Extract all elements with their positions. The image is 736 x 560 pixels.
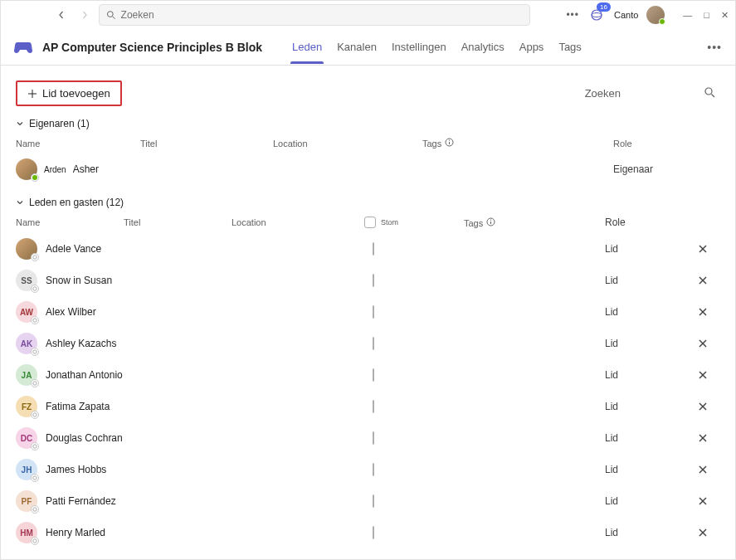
tab-settings[interactable]: Instellingen	[390, 31, 448, 63]
tab-analytics[interactable]: Analytics	[460, 31, 506, 63]
members-group-label: Leden en gasten (12)	[29, 197, 124, 208]
global-search-input[interactable]	[121, 9, 523, 21]
minimize-button[interactable]: —	[683, 10, 692, 21]
svg-point-24	[33, 350, 37, 353]
presence-offline-icon	[31, 411, 39, 419]
team-name: AP Computer Science Principles B Blok	[42, 41, 262, 54]
title-bar: ••• 16 Canto — □ ✕	[1, 1, 735, 29]
member-role: Lid	[572, 338, 690, 349]
remove-member-button[interactable]	[690, 338, 715, 348]
avatar: PF	[16, 490, 37, 512]
chevron-down-icon	[16, 198, 24, 207]
member-row: PF Patti Fernández Lid	[16, 485, 715, 517]
presence-offline-icon	[31, 316, 39, 324]
remove-member-button[interactable]	[690, 370, 715, 380]
remove-member-button[interactable]	[690, 307, 715, 317]
maximize-button[interactable]: □	[704, 10, 709, 21]
member-row: JH James Hobbs Lid	[16, 454, 715, 485]
gamepad-icon	[14, 41, 32, 54]
presence-offline-icon	[31, 442, 39, 450]
member-name: Alex Wilber	[46, 306, 96, 318]
members-group-toggle[interactable]: Leden en gasten (12)	[16, 197, 715, 208]
team-icon	[14, 38, 32, 56]
svg-point-0	[107, 12, 113, 17]
col-name: Name	[16, 139, 140, 149]
activity-button[interactable]: 16	[587, 6, 606, 24]
col-role: Role	[613, 139, 690, 149]
col-stom: Stom	[364, 217, 464, 228]
owner-row: Arden Asher Eigenaar	[16, 153, 715, 185]
remove-member-button[interactable]	[690, 275, 715, 285]
avatar: HM	[16, 522, 37, 543]
remove-member-button[interactable]	[690, 465, 715, 475]
presence-available-icon	[31, 173, 39, 182]
add-member-label: Lid toevoegen	[42, 87, 110, 100]
owners-columns: Name Titel Location Tags Role	[16, 129, 715, 153]
search-icon	[106, 10, 116, 20]
add-member-button[interactable]: Lid toevoegen	[16, 80, 122, 106]
member-name: Snow in Susan	[46, 275, 112, 286]
more-options-button[interactable]: •••	[566, 9, 579, 21]
member-role: Lid	[572, 432, 690, 444]
mute-checkbox[interactable]	[373, 494, 374, 508]
plus-icon	[27, 89, 37, 99]
user-avatar[interactable]	[646, 6, 665, 24]
mute-checkbox[interactable]	[373, 400, 374, 413]
info-icon	[445, 138, 454, 147]
mute-checkbox[interactable]	[373, 337, 374, 350]
avatar: JH	[16, 459, 37, 480]
mute-checkbox[interactable]	[373, 526, 374, 539]
member-name: Fatima Zapata	[46, 401, 110, 412]
member-role: Lid	[572, 243, 690, 255]
member-row: DC Douglas Cochran Lid	[16, 422, 715, 454]
svg-point-33	[33, 445, 37, 448]
presence-offline-icon	[31, 505, 39, 514]
owner-first: Arden	[44, 165, 66, 174]
col-tags: Tags	[422, 138, 505, 149]
col-tags: Tags	[464, 217, 572, 228]
search-members-label: Zoeken	[585, 87, 621, 100]
remove-member-button[interactable]	[690, 496, 715, 506]
col-title: Titel	[124, 217, 232, 227]
svg-point-10	[449, 140, 450, 141]
member-name: Ashley Kazachs	[46, 338, 116, 349]
search-members-button[interactable]	[704, 86, 715, 100]
svg-line-1	[113, 17, 115, 19]
tab-tags[interactable]: Tags	[557, 31, 582, 63]
close-icon	[698, 465, 708, 475]
global-search[interactable]	[99, 4, 530, 26]
svg-point-18	[33, 287, 37, 290]
window-controls: — □ ✕	[683, 10, 729, 21]
mute-checkbox[interactable]	[373, 305, 374, 319]
presence-offline-icon	[31, 348, 39, 356]
avatar: AK	[16, 333, 37, 354]
close-window-button[interactable]: ✕	[721, 10, 729, 21]
org-label: Canto	[614, 10, 638, 20]
remove-member-button[interactable]	[690, 402, 715, 411]
remove-member-button[interactable]	[690, 433, 715, 443]
chevron-down-icon	[16, 119, 24, 128]
tab-channels[interactable]: Kanalen	[335, 31, 378, 63]
svg-point-36	[33, 476, 37, 480]
team-more-button[interactable]: •••	[707, 41, 722, 54]
team-header: AP Computer Science Principles B Blok Le…	[1, 29, 735, 66]
col-location: Location	[273, 139, 422, 149]
remove-member-button[interactable]	[690, 528, 715, 538]
chevron-left-icon	[57, 11, 66, 19]
mute-checkbox[interactable]	[373, 431, 374, 445]
mute-checkbox[interactable]	[373, 274, 374, 287]
nav-back-button[interactable]	[52, 6, 71, 24]
member-role: Lid	[572, 306, 690, 318]
tab-apps[interactable]: Apps	[518, 31, 546, 63]
member-role: Lid	[572, 527, 690, 538]
owners-group-toggle[interactable]: Eigenaren (1)	[16, 118, 715, 129]
mute-checkbox[interactable]	[373, 368, 374, 382]
tab-members[interactable]: Leden	[290, 31, 324, 63]
member-row: Adele Vance Lid	[16, 233, 715, 265]
mute-checkbox[interactable]	[373, 463, 374, 476]
col-role: Role	[572, 217, 690, 228]
close-icon	[698, 370, 708, 380]
remove-member-button[interactable]	[690, 244, 715, 254]
nav-forward-button[interactable]	[76, 6, 94, 24]
mute-checkbox[interactable]	[373, 242, 374, 256]
